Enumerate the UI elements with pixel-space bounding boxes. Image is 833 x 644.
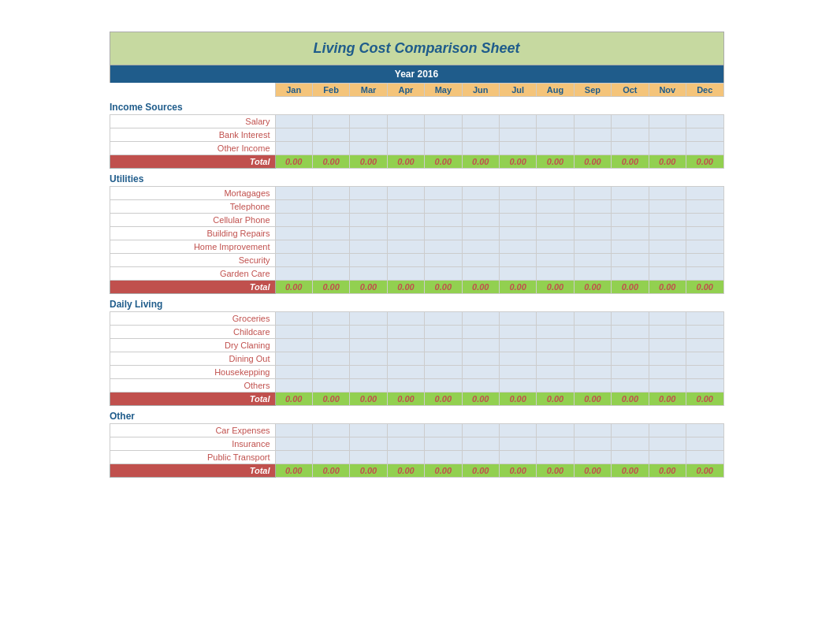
data-cell[interactable] bbox=[537, 267, 574, 281]
data-cell[interactable] bbox=[462, 352, 499, 366]
data-cell[interactable] bbox=[612, 339, 649, 352]
data-cell[interactable] bbox=[425, 128, 462, 142]
data-cell[interactable] bbox=[425, 187, 462, 200]
data-cell[interactable] bbox=[350, 366, 387, 379]
data-cell[interactable] bbox=[649, 227, 686, 240]
data-cell[interactable] bbox=[425, 352, 462, 366]
data-cell[interactable] bbox=[612, 379, 649, 393]
data-cell[interactable] bbox=[462, 187, 499, 200]
data-cell[interactable] bbox=[275, 240, 312, 254]
data-cell[interactable] bbox=[312, 326, 349, 339]
data-cell[interactable] bbox=[574, 128, 611, 142]
data-cell[interactable] bbox=[686, 366, 723, 379]
data-cell[interactable] bbox=[686, 437, 723, 451]
data-cell[interactable] bbox=[425, 214, 462, 227]
data-cell[interactable] bbox=[537, 128, 574, 142]
data-cell[interactable] bbox=[350, 240, 387, 254]
data-cell[interactable] bbox=[350, 312, 387, 326]
data-cell[interactable] bbox=[387, 451, 424, 464]
data-cell[interactable] bbox=[350, 115, 387, 128]
data-cell[interactable] bbox=[574, 366, 611, 379]
data-cell[interactable] bbox=[649, 128, 686, 142]
data-cell[interactable] bbox=[612, 214, 649, 227]
data-cell[interactable] bbox=[312, 424, 349, 437]
data-cell[interactable] bbox=[387, 142, 424, 155]
data-cell[interactable] bbox=[425, 227, 462, 240]
data-cell[interactable] bbox=[387, 424, 424, 437]
data-cell[interactable] bbox=[275, 115, 312, 128]
data-cell[interactable] bbox=[275, 187, 312, 200]
data-cell[interactable] bbox=[425, 240, 462, 254]
data-cell[interactable] bbox=[537, 339, 574, 352]
data-cell[interactable] bbox=[649, 339, 686, 352]
data-cell[interactable] bbox=[275, 379, 312, 393]
data-cell[interactable] bbox=[312, 128, 349, 142]
data-cell[interactable] bbox=[462, 227, 499, 240]
data-cell[interactable] bbox=[350, 352, 387, 366]
data-cell[interactable] bbox=[686, 254, 723, 267]
data-cell[interactable] bbox=[537, 437, 574, 451]
data-cell[interactable] bbox=[686, 214, 723, 227]
data-cell[interactable] bbox=[574, 339, 611, 352]
data-cell[interactable] bbox=[387, 379, 424, 393]
data-cell[interactable] bbox=[350, 142, 387, 155]
data-cell[interactable] bbox=[612, 352, 649, 366]
data-cell[interactable] bbox=[686, 339, 723, 352]
data-cell[interactable] bbox=[574, 254, 611, 267]
data-cell[interactable] bbox=[387, 227, 424, 240]
data-cell[interactable] bbox=[649, 352, 686, 366]
data-cell[interactable] bbox=[275, 200, 312, 214]
data-cell[interactable] bbox=[350, 128, 387, 142]
data-cell[interactable] bbox=[499, 437, 536, 451]
data-cell[interactable] bbox=[462, 200, 499, 214]
data-cell[interactable] bbox=[425, 437, 462, 451]
data-cell[interactable] bbox=[350, 326, 387, 339]
data-cell[interactable] bbox=[537, 187, 574, 200]
data-cell[interactable] bbox=[649, 451, 686, 464]
data-cell[interactable] bbox=[574, 352, 611, 366]
data-cell[interactable] bbox=[686, 326, 723, 339]
data-cell[interactable] bbox=[499, 312, 536, 326]
data-cell[interactable] bbox=[574, 200, 611, 214]
data-cell[interactable] bbox=[387, 366, 424, 379]
data-cell[interactable] bbox=[499, 326, 536, 339]
data-cell[interactable] bbox=[537, 254, 574, 267]
data-cell[interactable] bbox=[574, 115, 611, 128]
data-cell[interactable] bbox=[425, 379, 462, 393]
data-cell[interactable] bbox=[350, 339, 387, 352]
data-cell[interactable] bbox=[612, 240, 649, 254]
data-cell[interactable] bbox=[612, 366, 649, 379]
data-cell[interactable] bbox=[425, 451, 462, 464]
data-cell[interactable] bbox=[537, 240, 574, 254]
data-cell[interactable] bbox=[275, 128, 312, 142]
data-cell[interactable] bbox=[350, 424, 387, 437]
data-cell[interactable] bbox=[350, 200, 387, 214]
data-cell[interactable] bbox=[649, 312, 686, 326]
data-cell[interactable] bbox=[649, 254, 686, 267]
data-cell[interactable] bbox=[425, 254, 462, 267]
data-cell[interactable] bbox=[425, 267, 462, 281]
data-cell[interactable] bbox=[574, 312, 611, 326]
data-cell[interactable] bbox=[312, 366, 349, 379]
data-cell[interactable] bbox=[537, 352, 574, 366]
data-cell[interactable] bbox=[612, 142, 649, 155]
data-cell[interactable] bbox=[537, 451, 574, 464]
data-cell[interactable] bbox=[462, 214, 499, 227]
data-cell[interactable] bbox=[612, 254, 649, 267]
data-cell[interactable] bbox=[312, 227, 349, 240]
data-cell[interactable] bbox=[462, 366, 499, 379]
data-cell[interactable] bbox=[499, 379, 536, 393]
data-cell[interactable] bbox=[686, 200, 723, 214]
data-cell[interactable] bbox=[574, 240, 611, 254]
data-cell[interactable] bbox=[350, 254, 387, 267]
data-cell[interactable] bbox=[612, 424, 649, 437]
data-cell[interactable] bbox=[350, 214, 387, 227]
data-cell[interactable] bbox=[612, 451, 649, 464]
data-cell[interactable] bbox=[462, 142, 499, 155]
data-cell[interactable] bbox=[574, 142, 611, 155]
data-cell[interactable] bbox=[275, 366, 312, 379]
data-cell[interactable] bbox=[574, 214, 611, 227]
data-cell[interactable] bbox=[499, 451, 536, 464]
data-cell[interactable] bbox=[649, 187, 686, 200]
data-cell[interactable] bbox=[649, 424, 686, 437]
